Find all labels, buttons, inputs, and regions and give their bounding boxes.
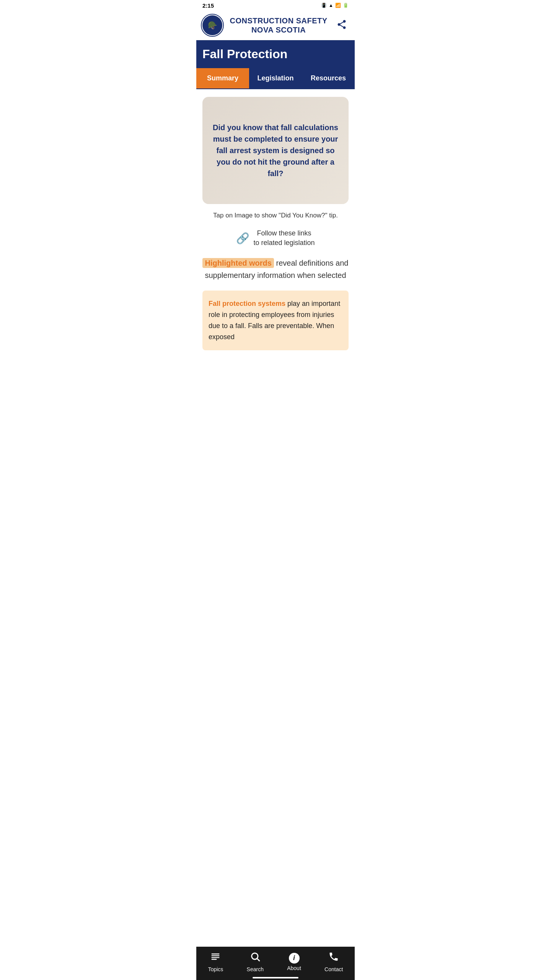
link-icon: 🔗 — [236, 232, 249, 245]
highlighted-word-demo[interactable]: Highlighted words — [202, 258, 274, 268]
content-box: Fall protection systems play an importan… — [202, 291, 349, 350]
share-icon — [336, 19, 347, 31]
tab-bar: Summary Legislation Resources — [196, 68, 355, 89]
app-header: 🪖 CONSTRUCTION SAFETYNOVA SCOTIA — [196, 11, 355, 40]
fall-protection-systems-link[interactable]: Fall protection systems — [209, 300, 285, 307]
status-bar: 2:15 📳 ▲ 📶 🔋 — [196, 0, 355, 11]
tab-summary[interactable]: Summary — [196, 68, 249, 88]
vibrate-icon: 📳 — [321, 3, 327, 8]
did-you-know-card[interactable]: Did you know that fall calculations must… — [202, 97, 349, 204]
main-content: Did you know that fall calculations must… — [196, 89, 355, 385]
battery-icon: 🔋 — [343, 3, 349, 8]
did-you-know-text: Did you know that fall calculations must… — [212, 122, 339, 179]
wifi-icon: ▲ — [329, 3, 333, 8]
tab-legislation[interactable]: Legislation — [249, 68, 302, 88]
tap-instruction: Tap on Image to show "Did You Know?" tip… — [202, 212, 349, 219]
follow-links-text: Follow these linksto related legislation — [253, 229, 315, 248]
page-title-banner: Fall Protection — [196, 40, 355, 68]
logo: 🪖 — [201, 14, 224, 37]
page-title: Fall Protection — [202, 47, 349, 61]
org-name: CONSTRUCTION SAFETYNOVA SCOTIA — [224, 16, 333, 34]
highlighted-words-section: Highlighted words reveal definitions and… — [202, 257, 349, 281]
status-time: 2:15 — [202, 2, 214, 9]
tab-resources[interactable]: Resources — [302, 68, 355, 88]
signal-icon: 📶 — [335, 3, 341, 8]
share-button[interactable] — [333, 17, 350, 34]
follow-links-section: 🔗 Follow these linksto related legislati… — [202, 229, 349, 248]
logo-helmet-icon: 🪖 — [208, 21, 217, 30]
status-icons: 📳 ▲ 📶 🔋 — [321, 3, 349, 8]
